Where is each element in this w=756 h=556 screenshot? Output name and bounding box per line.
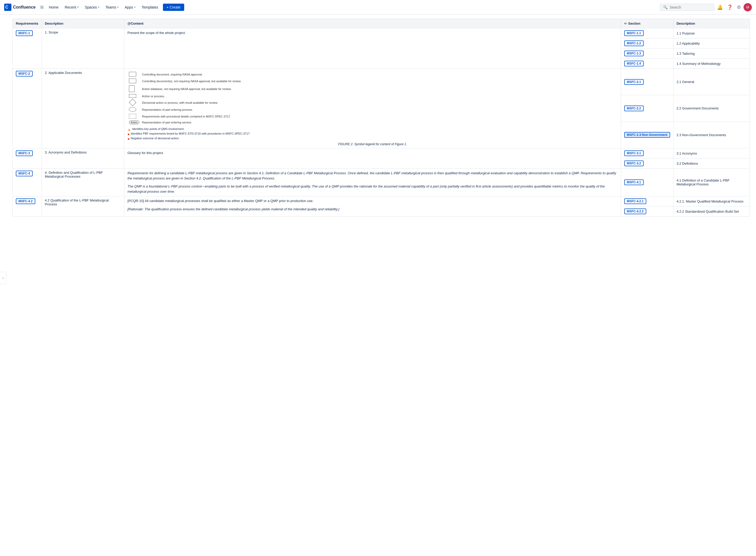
- col-header-description: Description: [41, 19, 124, 28]
- logo-text: Confluence: [13, 5, 36, 10]
- legend-symbol: [128, 78, 140, 84]
- symbol-oval-icon: [129, 107, 136, 112]
- settings-icon-button[interactable]: ⚙: [735, 3, 743, 12]
- section-badge-cell: MSFC-1.3: [621, 48, 673, 59]
- content-italic-para2: The QMP is a foundational L-PBF process …: [127, 184, 618, 194]
- recent-nav[interactable]: Recent ▾: [62, 4, 81, 11]
- legend-row: Representation of part entering process.: [128, 107, 617, 113]
- search-box[interactable]: 🔍: [660, 4, 715, 11]
- confluence-logo-icon: C: [4, 4, 11, 11]
- help-icon-button[interactable]: ❓: [725, 3, 734, 12]
- section-desc-cell: 1.3 Tailoring: [673, 48, 750, 59]
- section-badge-cell: MSFC-4.2.1: [621, 196, 673, 206]
- section-desc-cell: 3.2 Definitions: [673, 159, 750, 169]
- legend-symbol: [128, 94, 140, 99]
- teams-chevron: ▾: [117, 6, 119, 8]
- section-badge[interactable]: MSFC-1.1: [624, 30, 644, 36]
- section-desc-cell: 2.3 Non-Government Documents: [673, 121, 750, 148]
- error-icon: ●: [127, 137, 129, 141]
- legend-caption: FIGURE 2. Symbol legend for content of F…: [127, 142, 618, 146]
- req-cell: MSFC-1: [13, 28, 42, 69]
- req-badge[interactable]: MSFC-4: [16, 171, 33, 176]
- section-badge[interactable]: MSFC-2.1: [624, 79, 644, 85]
- apps-chevron: ▾: [134, 6, 135, 8]
- content-cell: Requirements for defining a candidate L-…: [124, 169, 621, 196]
- section-badge-cell: MSFC-2.3-Non-Government: [621, 121, 673, 148]
- legend-bullet: ●Negative outcome of decisional action.: [127, 137, 618, 141]
- content-para1: [PCQR-10] All candidate metallurgical pr…: [127, 198, 618, 204]
- section-badge[interactable]: MSFC-3.2: [624, 161, 644, 166]
- section-badge[interactable]: MSFC-1.2: [624, 40, 644, 46]
- section-badge[interactable]: MSFC-4.1: [624, 179, 644, 185]
- legend-text: Action or process.: [141, 94, 617, 99]
- grid-icon-button[interactable]: ⊞: [39, 3, 45, 11]
- search-input[interactable]: [669, 5, 711, 9]
- req-badge[interactable]: MSFC-2: [16, 71, 33, 76]
- content-cell: Present the scope of the whole project.: [124, 28, 621, 69]
- legend-bullet: ▲Identifies key points of QMS involvemen…: [127, 127, 618, 132]
- legend-bullet-text: Identifies PBF requirements levied by MS…: [131, 132, 250, 135]
- legend-row: ButtonRepresentation of part entering se…: [128, 120, 617, 125]
- section-desc-cell: 3.1 Acronyms: [673, 148, 750, 159]
- section-desc-cell: 1.4 Summary of Methodology: [673, 59, 750, 69]
- legend-bullet-text: Negative outcome of decisional action.: [131, 137, 179, 140]
- legend-symbol: Button: [128, 120, 140, 125]
- section-badge-cell: MSFC-1.1: [621, 28, 673, 38]
- req-badge[interactable]: MSFC-4.2: [16, 198, 35, 204]
- notifications-icon-button[interactable]: 🔔: [716, 3, 724, 12]
- section-desc-cell: 4.1 Definition of a Candidate L-PBF Meta…: [673, 169, 750, 196]
- templates-nav[interactable]: Templates: [139, 4, 161, 11]
- desc-cell: 4.2 Qualification of the L-PBF Metallurg…: [41, 196, 124, 216]
- symbol-diamond-icon: [129, 99, 136, 106]
- section-desc-cell: 1.1 Purpose: [673, 28, 750, 38]
- legend-symbol: [128, 113, 140, 119]
- user-avatar[interactable]: U: [744, 3, 752, 11]
- section-desc-cell: 1.2 Applicability: [673, 38, 750, 48]
- section-desc-cell: 2.2 Government Documents: [673, 95, 750, 121]
- section-badge[interactable]: MSFC-2.2: [624, 106, 644, 111]
- confluence-logo[interactable]: C Confluence: [4, 4, 36, 11]
- legend-text: Requirements with procedural details con…: [141, 113, 617, 119]
- section-badge[interactable]: MSFC-4.2.2: [624, 209, 646, 214]
- col-header-requirements: Requirements: [13, 19, 42, 28]
- legend-text: Controlling document, requiring NASA app…: [141, 71, 617, 77]
- req-cell: MSFC-2: [13, 69, 42, 148]
- section-badge[interactable]: MSFC-1.4: [624, 61, 644, 66]
- legend-row: Requirements with procedural details con…: [128, 113, 617, 119]
- req-badge[interactable]: MSFC-1: [16, 30, 33, 36]
- section-badge[interactable]: MSFC-1.3: [624, 50, 644, 56]
- content-italic-para1: Requirements for defining a candidate L-…: [127, 171, 618, 181]
- table-row: MSFC-22. Applicable DocumentsControlling…: [13, 69, 750, 95]
- teams-nav[interactable]: Teams ▾: [103, 4, 121, 11]
- req-cell: MSFC-4.2: [13, 196, 42, 216]
- symbol-dashed-icon: [129, 114, 136, 118]
- section-badge-cell: MSFC-3.1: [621, 148, 673, 159]
- desc-cell: 1. Scope: [41, 28, 124, 69]
- content-cell: Controlling document, requiring NASA app…: [124, 69, 621, 148]
- legend-bullet-text: Identifies key points of QMS involvement…: [132, 127, 185, 131]
- apps-nav[interactable]: Apps ▾: [122, 4, 138, 11]
- svg-text:C: C: [5, 5, 8, 9]
- legend-symbol: [128, 85, 140, 93]
- section-badge-cell: MSFC-2.1: [621, 69, 673, 95]
- section-badge-cell: MSFC-4.1: [621, 169, 673, 196]
- home-nav[interactable]: Home: [46, 4, 61, 11]
- section-badge[interactable]: MSFC-3.1: [624, 150, 644, 156]
- req-badge[interactable]: MSFC-3: [16, 150, 33, 156]
- section-badge[interactable]: MSFC-2.3-Non-Government: [624, 132, 670, 138]
- legend-row: Active database, not requiring NASA appr…: [128, 85, 617, 93]
- legend-text: Representation of part entering process.: [141, 107, 617, 113]
- symbol-rect-icon: [129, 72, 136, 76]
- table-row: MSFC-33. Acronyms and DefinitionsGlossar…: [13, 148, 750, 159]
- legend-row: Controlling document, requiring NASA app…: [128, 71, 617, 77]
- navbar: C Confluence ⊞ Home Recent ▾ Spaces ▾ Te…: [0, 0, 756, 14]
- table-row: MSFC-11. ScopePresent the scope of the w…: [13, 28, 750, 38]
- legend-symbol: [128, 99, 140, 106]
- section-badge-cell: MSFC-1.4: [621, 59, 673, 69]
- create-button[interactable]: + Create: [163, 4, 184, 11]
- section-badge[interactable]: MSFC-4.2.1: [624, 198, 646, 204]
- error-icon: ●: [127, 132, 129, 136]
- legend-text: Controlling document(s), not requiring N…: [141, 78, 617, 84]
- spaces-nav[interactable]: Spaces ▾: [82, 4, 102, 11]
- desc-cell: 3. Acronyms and Definitions: [41, 148, 124, 169]
